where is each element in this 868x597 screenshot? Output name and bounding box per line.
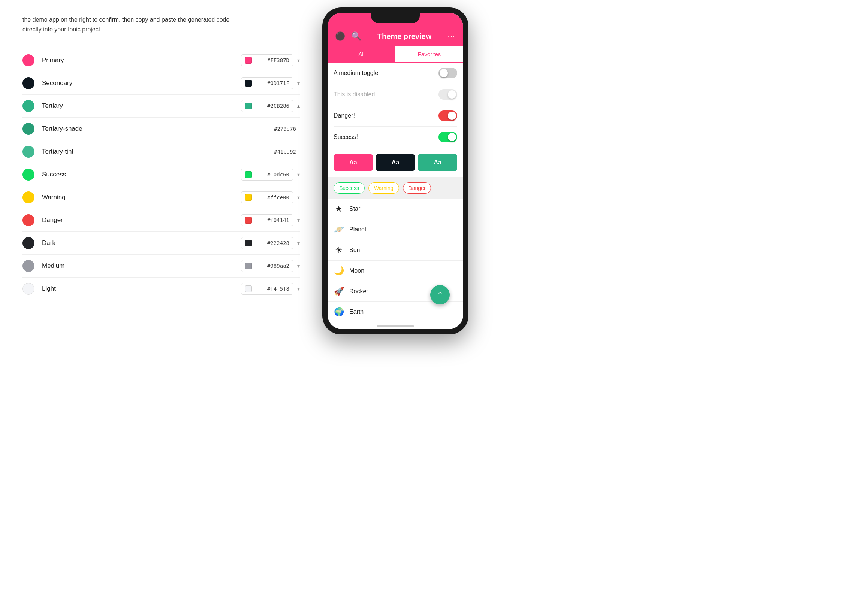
color-value-box-primary[interactable]: #FF387D [241,54,293,66]
phone-notch [371,13,420,23]
user-icon[interactable]: ⚫ [335,31,345,41]
color-swatch-light [245,285,252,292]
list-label-moon: Moon [349,267,364,274]
toggle-row-danger: Danger! [334,105,457,127]
earth-icon: 🌍 [334,307,344,317]
color-label-tertiary-shade: Tertiary-shade [42,125,244,133]
color-circle-danger [22,214,34,226]
primary-button[interactable]: Aa [334,154,373,171]
color-hex-medium: #989aa2 [267,263,289,269]
chevron-down-icon-medium[interactable]: ▾ [297,263,300,269]
list-item[interactable]: 🪐 Planet [328,219,463,240]
list-item[interactable]: ★ Star [328,199,463,219]
color-circle-tertiary-shade [22,123,34,135]
color-row-tertiary-shade: Tertiary-shade#279d76 [22,118,300,140]
color-hex-tertiary: #2CB286 [267,103,289,109]
toggle-label-disabled: This is disabled [334,91,375,98]
color-circle-warning [22,191,34,203]
color-hex-primary: #FF387D [267,57,289,63]
right-panel: ⚫ 🔍 Theme preview ⋯ All Favorites A medi… [315,7,476,590]
fab-button[interactable]: ⌃ [430,285,450,304]
list-item[interactable]: ☀ Sun [328,240,463,261]
color-circle-dark [22,237,34,249]
tab-favorites[interactable]: Favorites [395,46,463,62]
color-label-dark: Dark [42,239,241,247]
color-swatch-tertiary [245,103,252,109]
toggle-label-danger: Danger! [334,112,355,119]
moon-icon: 🌙 [334,266,344,276]
chevron-down-icon-secondary[interactable]: ▾ [297,80,300,86]
list-label-planet: Planet [349,226,366,233]
color-label-light: Light [42,285,241,293]
color-circle-tertiary-tint [22,146,34,158]
color-hex-dark: #222428 [267,240,289,246]
color-hex-success: #10dc60 [267,172,289,178]
chevron-down-icon-light[interactable]: ▾ [297,286,300,292]
phone-mockup: ⚫ 🔍 Theme preview ⋯ All Favorites A medi… [322,7,468,334]
color-plain-tertiary-shade: #279d76 [244,126,296,132]
chevron-down-icon-primary[interactable]: ▾ [297,57,300,63]
chip-success[interactable]: Success [334,182,365,194]
color-value-box-tertiary[interactable]: #2CB286 [241,100,293,112]
sun-icon: ☀ [334,245,344,255]
left-panel: the demo app on the right to confirm, th… [7,7,315,590]
color-row-light: Light#f4f5f8▾ [22,278,300,300]
color-row-danger: Danger#f04141▾ [22,209,300,232]
color-hex-light: #f4f5f8 [267,286,289,292]
chevron-down-icon-success[interactable]: ▾ [297,172,300,178]
star-icon: ★ [334,204,344,214]
color-label-medium: Medium [42,262,241,270]
color-hex-secondary: #0D171F [267,80,289,86]
chevron-up-icon-tertiary[interactable]: ▴ [297,103,300,109]
color-value-box-danger[interactable]: #f04141 [241,214,293,226]
color-swatch-dark [245,240,252,246]
more-options-icon[interactable]: ⋯ [447,32,456,41]
toggle-success[interactable] [438,132,457,142]
chevron-down-icon-danger[interactable]: ▾ [297,217,300,223]
color-value-box-medium[interactable]: #989aa2 [241,260,293,272]
color-label-warning: Warning [42,194,241,201]
toggle-medium[interactable] [438,68,457,78]
color-row-success: Success#10dc60▾ [22,163,300,186]
color-plain-tertiary-tint: #41ba92 [244,149,296,155]
chip-danger[interactable]: Danger [403,182,431,194]
button-row: Aa Aa Aa [328,148,463,177]
color-row-tertiary: Tertiary#2CB286▴ [22,95,300,118]
color-row-secondary: Secondary#0D171F▾ [22,72,300,95]
color-list: Primary#FF387D▾Secondary#0D171F▾Tertiary… [22,49,300,300]
color-label-primary: Primary [42,57,241,64]
color-value-box-success[interactable]: #10dc60 [241,169,293,181]
app-title: Theme preview [367,32,441,41]
color-hex-warning: #ffce00 [267,194,289,200]
color-circle-success [22,169,34,181]
chevron-down-icon-dark[interactable]: ▾ [297,240,300,246]
color-label-tertiary-tint: Tertiary-tint [42,148,244,155]
color-row-primary: Primary#FF387D▾ [22,49,300,72]
scroll-indicator [377,325,414,327]
color-value-box-light[interactable]: #f4f5f8 [241,283,293,295]
color-label-secondary: Secondary [42,79,241,87]
tab-all[interactable]: All [328,46,395,62]
toggle-row-disabled: This is disabled [334,84,457,105]
color-value-box-secondary[interactable]: #0D171F [241,77,293,89]
color-value-box-warning[interactable]: #ffce00 [241,191,293,203]
chip-warning[interactable]: Warning [368,182,399,194]
color-hex-danger: #f04141 [267,217,289,223]
chevron-down-icon-warning[interactable]: ▾ [297,194,300,200]
list-label-earth: Earth [349,309,364,315]
tertiary-button[interactable]: Aa [418,154,457,171]
color-circle-medium [22,260,34,272]
color-swatch-warning [245,194,252,201]
list-item[interactable]: 🌍 Earth [328,302,463,322]
toggle-danger[interactable] [438,110,457,121]
color-swatch-primary [245,57,252,64]
color-swatch-danger [245,217,252,224]
color-circle-light [22,283,34,295]
list-item[interactable]: 🌙 Moon [328,261,463,281]
color-label-danger: Danger [42,216,241,224]
color-swatch-secondary [245,80,252,87]
search-icon[interactable]: 🔍 [351,31,361,41]
secondary-button[interactable]: Aa [376,154,415,171]
list-label-rocket: Rocket [349,288,368,295]
color-value-box-dark[interactable]: #222428 [241,237,293,249]
